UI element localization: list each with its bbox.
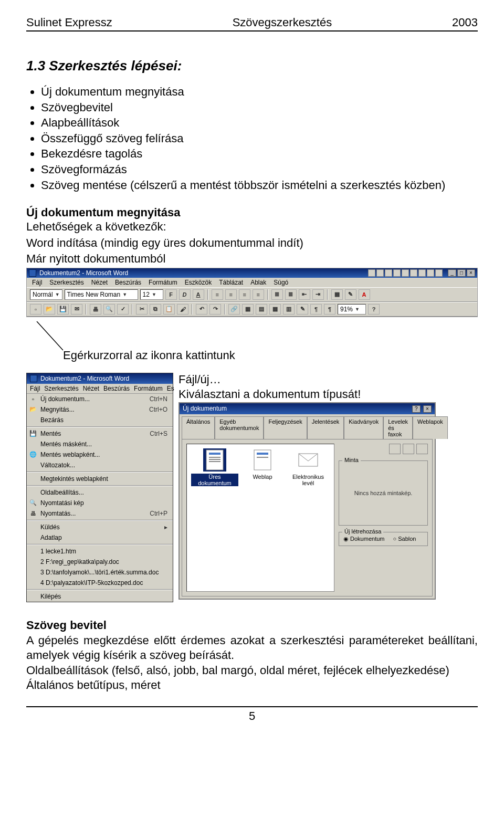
menu-item[interactable]: Fájl: [32, 279, 42, 286]
excel-button[interactable]: ▦: [269, 304, 281, 315]
size-combo[interactable]: 12▼: [140, 289, 163, 300]
border-button[interactable]: ▦: [331, 289, 343, 300]
help-icon[interactable]: ?: [412, 405, 421, 413]
tab-notes[interactable]: Feljegyzések: [264, 416, 307, 439]
menu-item[interactable]: Es: [167, 385, 174, 392]
close-icon[interactable]: ×: [423, 405, 432, 413]
menu-item[interactable]: Táblázat: [219, 279, 243, 286]
svg-rect-7: [257, 453, 268, 455]
radio-template[interactable]: Sablon: [393, 536, 416, 542]
menu-item[interactable]: Szerkesztés: [44, 385, 78, 392]
menu-item[interactable]: Ablak: [250, 279, 266, 286]
drawing-button[interactable]: ✎: [297, 304, 308, 315]
file-menu-item[interactable]: Mentés másként...: [27, 439, 173, 449]
minimize-icon[interactable]: _: [448, 269, 456, 277]
file-menu-item[interactable]: 2 F:\regi_gep\katka\paly.doc: [27, 557, 173, 567]
menu-item[interactable]: Súgó: [274, 279, 288, 286]
template-item-email[interactable]: Elektronikus levél: [287, 448, 330, 486]
standard-toolbar: ▫ 📂 💾 ✉ 🖶 🔍 ✓ ✂ ⧉ 📋 🖌 ↶ ↷ 🔗 ▦ ▤ ▦ ▥ ✎ ¶ …: [27, 302, 477, 317]
menu-item[interactable]: Formátum: [134, 385, 163, 392]
new-button[interactable]: ▫: [30, 304, 41, 315]
italic-button[interactable]: D: [179, 289, 191, 300]
file-menu-item[interactable]: Megtekintés weblapként: [27, 474, 173, 484]
file-menu-item[interactable]: 🔍Nyomtatási kép: [27, 498, 173, 508]
style-combo[interactable]: Normál▼: [30, 289, 62, 300]
bullet-list-button[interactable]: ≣: [285, 289, 297, 300]
spellcheck-button[interactable]: ✓: [117, 304, 129, 315]
menu-item[interactable]: Nézet: [83, 385, 99, 392]
tab-reports[interactable]: Jelentések: [307, 416, 344, 439]
indent-button[interactable]: ⇥: [312, 289, 324, 300]
template-item-webpage[interactable]: Weblap: [251, 448, 274, 480]
align-justify-button[interactable]: ≡: [253, 289, 264, 300]
maximize-icon[interactable]: □: [457, 269, 466, 277]
numbered-list-button[interactable]: ≣: [271, 289, 283, 300]
align-center-button[interactable]: ≡: [225, 289, 237, 300]
template-item-blank[interactable]: Üres dokumentum: [191, 448, 238, 486]
file-menu-item[interactable]: Bezárás: [27, 415, 173, 425]
mail-button[interactable]: ✉: [71, 304, 82, 315]
highlight-button[interactable]: ✎: [345, 289, 356, 300]
dialog-titlebar: Új dokumentum ? ×: [180, 403, 435, 414]
print-button[interactable]: 🖶: [90, 304, 101, 315]
file-menu-item[interactable]: ▫Új dokumentum...Ctrl+N: [27, 394, 173, 404]
align-left-button[interactable]: ≡: [212, 289, 223, 300]
hyperlink-button[interactable]: 🔗: [228, 304, 240, 315]
paste-button[interactable]: 📋: [163, 304, 175, 315]
help-button[interactable]: ?: [368, 304, 380, 315]
redo-button[interactable]: ↷: [209, 304, 221, 315]
tab-webpages[interactable]: Weblapok: [413, 416, 448, 439]
cut-button[interactable]: ✂: [136, 304, 148, 315]
list-view-button[interactable]: [403, 444, 414, 454]
print-preview-button[interactable]: 🔍: [103, 304, 115, 315]
file-menu-item[interactable]: Oldalbeállítás...: [27, 487, 173, 498]
menubar[interactable]: Fájl Szerkesztés Nézet Beszúrás Formátum…: [27, 278, 477, 287]
tables-button[interactable]: ▦: [242, 304, 254, 315]
paragraph: A gépelés megkezdése előtt érdemes azoka…: [26, 634, 478, 662]
file-menu-item[interactable]: Kilépés: [27, 591, 173, 602]
file-menu-item[interactable]: 4 D:\palyazatok\ITP-5kozkozped.doc: [27, 578, 173, 588]
insert-table-button[interactable]: ▤: [256, 304, 267, 315]
radio-document[interactable]: Dokumentum: [343, 536, 384, 542]
file-menu-item[interactable]: 1 lecke1.htm: [27, 546, 173, 557]
save-button[interactable]: 💾: [57, 304, 69, 315]
file-menu-item[interactable]: Adatlap: [27, 532, 173, 543]
file-menu-item[interactable]: 3 D:\tanfolyamok\...\töri1.érték.summa.d…: [27, 567, 173, 578]
file-menu-item[interactable]: Küldés▸: [27, 522, 173, 532]
menu-item[interactable]: Beszúrás: [115, 279, 141, 286]
close-icon[interactable]: ×: [467, 269, 475, 277]
columns-button[interactable]: ▥: [283, 304, 295, 315]
file-menu-item[interactable]: 💾MentésCtrl+S: [27, 428, 173, 439]
menu-item[interactable]: Beszúrás: [103, 385, 130, 392]
tab-publications[interactable]: Kiadványok: [344, 416, 383, 439]
show-marks-button[interactable]: ¶: [324, 304, 335, 315]
file-menu-item[interactable]: 📂Megnyitás...Ctrl+O: [27, 404, 173, 415]
align-right-button[interactable]: ≡: [239, 289, 250, 300]
large-icons-button[interactable]: [389, 444, 401, 454]
format-painter-button[interactable]: 🖌: [177, 304, 188, 315]
outdent-button[interactable]: ⇤: [299, 289, 310, 300]
file-menu-item[interactable]: 🌐Mentés weblapként...: [27, 449, 173, 460]
underline-button[interactable]: A: [193, 289, 204, 300]
details-view-button[interactable]: [416, 444, 428, 454]
zoom-combo[interactable]: 91%▼: [338, 304, 366, 315]
font-combo[interactable]: Times New Roman▼: [65, 289, 138, 300]
open-button[interactable]: 📂: [44, 304, 55, 315]
menu-item[interactable]: Eszközök: [185, 279, 212, 286]
tab-other[interactable]: Egyéb dokumentumok: [215, 416, 264, 439]
menu-item[interactable]: Fájl: [30, 385, 40, 392]
menu-item[interactable]: Nézet: [91, 279, 108, 286]
menu-item[interactable]: Szerkesztés: [49, 279, 83, 286]
tab-letters[interactable]: Levelek és faxok: [383, 416, 413, 439]
svg-rect-8: [257, 457, 268, 458]
bold-button[interactable]: F: [165, 289, 177, 300]
file-menu-item[interactable]: 🖶Nyomtatás...Ctrl+P: [27, 508, 173, 519]
menu-item[interactable]: Formátum: [149, 279, 177, 286]
file-menu-item[interactable]: Változatok...: [27, 460, 173, 470]
tab-general[interactable]: Általános: [182, 416, 215, 439]
doc-map-button[interactable]: ¶: [310, 304, 322, 315]
svg-rect-5: [209, 461, 220, 462]
font-color-button[interactable]: A: [359, 289, 370, 300]
copy-button[interactable]: ⧉: [150, 304, 161, 315]
undo-button[interactable]: ↶: [196, 304, 207, 315]
